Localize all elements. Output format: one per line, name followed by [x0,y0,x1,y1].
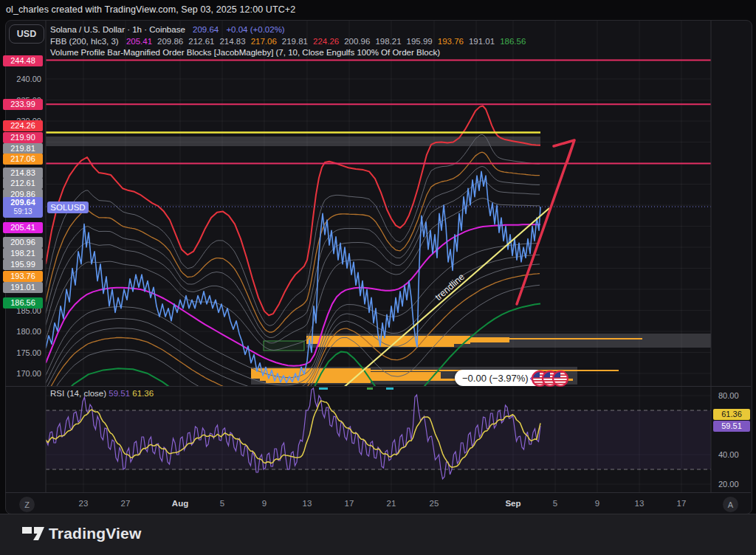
price-badge: 200.96 [3,237,43,248]
price-scale-label: 175.00 [4,348,41,357]
rsi-pane [46,388,711,479]
time-axis-label: 17 [345,499,354,508]
price-badge: 195.99 [3,259,43,270]
fbb-indicator-values: 205.41209.86212.61214.83217.06219.81224.… [121,37,526,46]
tradingview-brand-text[interactable]: TradingView [49,525,142,542]
fbb-indicator-title: FBB (200, hlc3, 3) [50,37,119,46]
price-badge: 198.21 [3,248,43,259]
time-axis-label: 9 [262,499,267,508]
time-axis-label: 13 [635,499,645,508]
footer-bar: TradingView [0,514,756,555]
rsi-scale-label: 40.00 [718,450,752,459]
rsi-params: (14, close) [66,389,106,398]
fbb-value: 191.01 [469,37,495,46]
tradingview-widget: ol_charles created with TradingView.com,… [0,0,756,555]
fbb-value: 200.96 [344,37,370,46]
countdown-timer: 59:13 [3,207,43,216]
time-axis-label: Aug [172,499,188,508]
fbb-value: 193.76 [438,37,464,46]
rsi-value-badge: 59.51 [713,421,750,432]
time-axis-label: 27 [121,499,131,508]
rsi-title: RSI [50,389,64,398]
order-blocks [46,137,711,385]
rsi-legend[interactable]: RSI (14, close) 59.51 61.36 [50,389,154,398]
price-badge: 244.48 [3,55,43,66]
price-badge: 191.01 [3,282,43,293]
price-scale-label: 180.00 [4,327,41,336]
legend-symbol-row[interactable]: Solana / U.S. Dollar · 1h · Coinbase 209… [50,25,285,34]
fbb-value: 214.83 [219,37,245,46]
price-badge: 193.76 [3,271,43,282]
rsi-value-purple: 59.51 [109,389,130,398]
time-axis-label: 9 [595,499,599,508]
price-badge: 233.99 [3,99,43,110]
currency-toggle-button[interactable]: USD [9,24,44,44]
tradingview-logo-icon[interactable] [21,523,47,542]
price-scale-label: 240.00 [4,75,41,83]
fbb-value: 186.56 [500,37,526,46]
volume-profile-bar [509,338,642,339]
time-axis-label: 13 [303,499,312,508]
time-axis-label: 5 [220,499,224,508]
rsi-band [46,410,711,469]
fbb-value: 198.21 [375,37,401,46]
price-badge: 219.90 [3,132,43,143]
volume-profile-bar [470,337,509,342]
price-scale-axis[interactable]: 240.00235.00230.00185.00180.00175.00170.… [0,21,46,493]
fbb-value: 224.26 [313,37,339,46]
legend-fbb-row[interactable]: FBB (200, hlc3, 3) 205.41209.86212.61214… [50,37,526,46]
price-badge: 214.83 [3,168,43,179]
fbb-value: 209.86 [157,37,183,46]
divider-mark [386,387,394,390]
legend-last-price: 209.64 [193,25,219,34]
supply-zone [46,137,540,146]
time-axis[interactable]: Z A 2327Aug5913172125Sep591317 [5,493,751,513]
fbb-value: 219.81 [282,37,308,46]
chart-canvas[interactable]: trendline [0,0,756,555]
time-axis-label: 25 [430,499,439,508]
time-axis-label: 21 [387,499,396,508]
price-badge: 205.41 [3,222,43,233]
time-axis-label: 5 [553,499,557,508]
event-flags[interactable] [529,368,571,389]
price-badge: 217.06 [3,154,43,165]
fbb-value: 212.61 [188,37,214,46]
price-badge: 212.61 [3,178,43,189]
rsi-scale-axis[interactable]: 80.0040.0020.0061.3659.51 [711,21,755,493]
fbb-value: 217.06 [251,37,277,46]
event-flag-icon[interactable] [553,371,568,386]
rsi-scale-label: 80.00 [718,391,752,400]
scroll-left-button[interactable]: Z [19,497,35,512]
symbol-title: Solana / U.S. Dollar · 1h · Coinbase [50,25,185,34]
rsi-value-badge: 61.36 [713,409,750,420]
divider-mark [367,387,373,390]
current-price: 209.64 [3,197,43,207]
series-label-badge[interactable]: SOLUSD [47,201,89,213]
divider-mark [319,387,328,390]
price-scale-label: 170.00 [4,369,41,378]
attribution-text: ol_charles created with TradingView.com,… [6,4,295,15]
price-badge: 186.56 [3,297,43,308]
legend-volume-profile-row[interactable]: Volume Profile Bar-Magnified Order Block… [50,48,440,57]
rsi-value-yellow: 61.36 [132,389,154,398]
price-badge: 224.26 [3,120,43,131]
price-badge: 219.81 [3,143,43,154]
time-axis-label: Sep [505,499,520,508]
auto-scale-button[interactable]: A [723,497,738,512]
current-price-badge: 209.6459:13 [3,197,43,218]
time-axis-label: 17 [677,499,687,508]
fbb-value: 205.41 [126,37,152,46]
legend-change: +0.04 (+0.02%) [226,25,284,34]
fbb-value: 195.99 [407,37,433,46]
rsi-scale-label: 20.00 [718,480,752,489]
arrow-drawing[interactable] [517,140,574,304]
fbb-upper-band [46,199,540,351]
time-axis-label: 23 [79,499,89,508]
